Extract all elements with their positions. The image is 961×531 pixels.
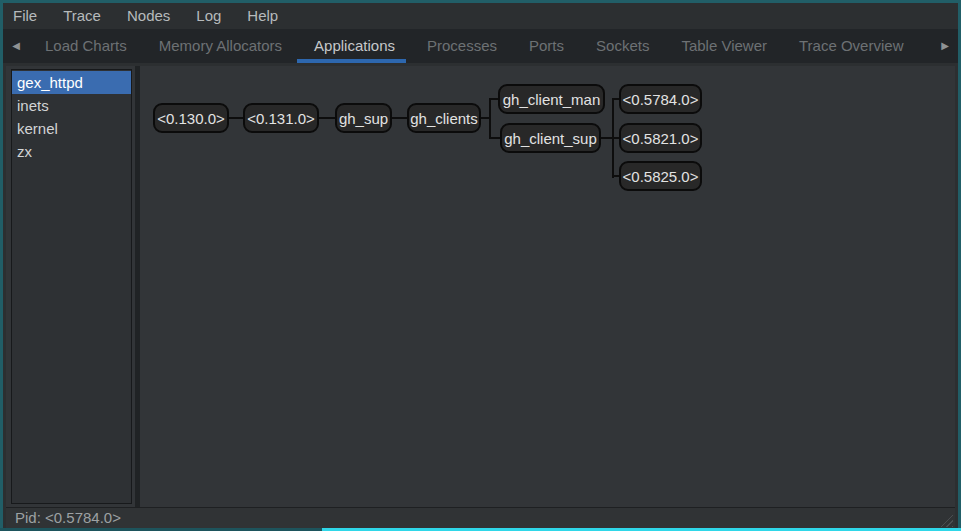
menu-log[interactable]: Log: [183, 3, 234, 29]
tab-trace-overview[interactable]: Trace Overview: [799, 29, 903, 63]
observer-window: FileTraceNodesLogHelp ◀ Load ChartsMemor…: [0, 0, 961, 531]
tree-edge: [612, 175, 619, 177]
menu-help[interactable]: Help: [234, 3, 291, 29]
applications-pane: gex_httpdinetskernelzx <0.130.0><0.131.0…: [6, 66, 955, 507]
tree-edge: [392, 117, 407, 119]
menu-nodes[interactable]: Nodes: [114, 3, 183, 29]
tab-load-charts[interactable]: Load Charts: [45, 29, 127, 63]
tab-table-viewer[interactable]: Table Viewer: [681, 29, 767, 63]
tree-node-gh-clients[interactable]: gh_clients: [407, 103, 481, 133]
tree-edge: [612, 137, 619, 139]
status-text: Pid: <0.5784.0>: [15, 509, 121, 526]
tree-node-p5825[interactable]: <0.5825.0>: [619, 161, 702, 191]
tree-node-p130[interactable]: <0.130.0>: [153, 103, 229, 133]
tab-scroll-right-icon[interactable]: ▶: [932, 29, 958, 63]
tree-edge: [489, 98, 491, 139]
tree-edge: [229, 117, 243, 119]
tree-node-gh-sup[interactable]: gh_sup: [335, 103, 392, 133]
tree-edge: [319, 117, 335, 119]
tab-ports[interactable]: Ports: [529, 29, 564, 63]
tree-node-gh-client-sup[interactable]: gh_client_sup: [500, 123, 601, 153]
tab-processes[interactable]: Processes: [427, 29, 497, 63]
menu-trace[interactable]: Trace: [50, 3, 114, 29]
tab-memory-allocators[interactable]: Memory Allocators: [159, 29, 282, 63]
tab-scroll-left-icon[interactable]: ◀: [3, 29, 29, 63]
resize-grip-icon[interactable]: [936, 510, 953, 527]
tabs: Load ChartsMemory AllocatorsApplications…: [29, 29, 919, 63]
tree-edge: [489, 137, 500, 139]
tab-bar: ◀ Load ChartsMemory AllocatorsApplicatio…: [3, 29, 958, 63]
tree-node-p5784[interactable]: <0.5784.0>: [619, 84, 702, 114]
tree-node-gh-client-man[interactable]: gh_client_man: [498, 84, 605, 114]
tree-node-p5821[interactable]: <0.5821.0>: [619, 123, 702, 153]
tree-edge: [489, 98, 498, 100]
tab-sockets[interactable]: Sockets: [596, 29, 649, 63]
menu-bar: FileTraceNodesLogHelp: [3, 3, 958, 29]
tree-node-p131[interactable]: <0.131.0>: [243, 103, 319, 133]
process-tree: <0.130.0><0.131.0>gh_supgh_clientsgh_cli…: [6, 66, 955, 507]
status-bar: Pid: <0.5784.0>: [6, 507, 955, 528]
tab-applications[interactable]: Applications: [314, 29, 395, 63]
menu-file[interactable]: File: [3, 3, 50, 29]
tree-edge: [612, 98, 619, 100]
